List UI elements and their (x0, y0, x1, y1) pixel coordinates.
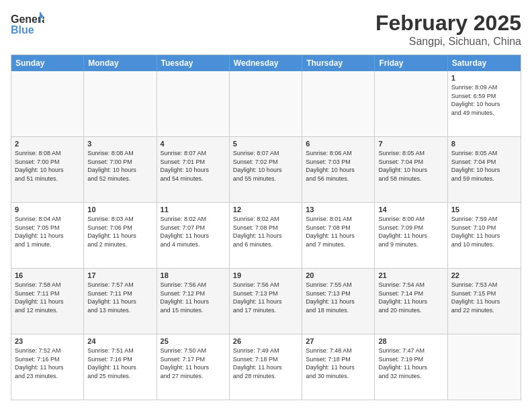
day-number: 11 (161, 205, 226, 214)
day-info: Sunrise: 8:05 AMSunset: 7:04 PMDaylight:… (451, 149, 517, 183)
calendar-cell: 3Sunrise: 8:08 AMSunset: 7:00 PMDaylight… (84, 137, 157, 202)
day-info: Sunrise: 7:51 AMSunset: 7:16 PMDaylight:… (87, 347, 152, 380)
day-info: Sunrise: 8:01 AMSunset: 7:08 PMDaylight:… (306, 215, 371, 248)
logo: General Blue (11, 11, 44, 40)
calendar-cell: 18Sunrise: 7:56 AMSunset: 7:12 PMDayligh… (157, 269, 230, 334)
calendar-cell (157, 71, 230, 136)
day-number: 12 (233, 205, 298, 214)
calendar-cell: 25Sunrise: 7:50 AMSunset: 7:17 PMDayligh… (157, 334, 230, 400)
day-info: Sunrise: 7:56 AMSunset: 7:12 PMDaylight:… (161, 281, 226, 314)
day-info: Sunrise: 7:50 AMSunset: 7:17 PMDaylight:… (161, 347, 226, 380)
day-info: Sunrise: 8:08 AMSunset: 7:00 PMDaylight:… (87, 149, 152, 183)
calendar-cell: 17Sunrise: 7:57 AMSunset: 7:11 PMDayligh… (84, 269, 157, 334)
calendar-cell: 16Sunrise: 7:58 AMSunset: 7:11 PMDayligh… (11, 269, 84, 334)
calendar-cell: 15Sunrise: 7:59 AMSunset: 7:10 PMDayligh… (448, 203, 521, 268)
weekday-monday: Monday (84, 55, 157, 71)
calendar-cell: 6Sunrise: 8:06 AMSunset: 7:03 PMDaylight… (302, 137, 375, 202)
location-label: Sangpi, Sichuan, China (375, 36, 521, 48)
day-info: Sunrise: 7:58 AMSunset: 7:11 PMDaylight:… (15, 281, 80, 314)
day-number: 7 (378, 140, 443, 148)
day-number: 22 (451, 271, 517, 279)
calendar-cell: 10Sunrise: 8:03 AMSunset: 7:06 PMDayligh… (84, 203, 157, 268)
calendar-cell: 12Sunrise: 8:02 AMSunset: 7:08 PMDayligh… (230, 203, 302, 268)
day-number: 6 (306, 140, 371, 148)
header: General Blue February 2025 Sangpi, Sichu… (11, 11, 521, 48)
calendar-week-5: 23Sunrise: 7:52 AMSunset: 7:16 PMDayligh… (11, 334, 521, 400)
day-number: 14 (378, 205, 443, 214)
day-number: 9 (15, 205, 80, 214)
day-number: 3 (87, 140, 152, 148)
day-number: 15 (451, 205, 517, 214)
calendar-week-1: 1Sunrise: 8:09 AMSunset: 6:59 PMDaylight… (11, 71, 521, 137)
day-number: 4 (161, 140, 226, 148)
day-info: Sunrise: 8:09 AMSunset: 6:59 PMDaylight:… (451, 83, 517, 117)
day-number: 26 (233, 337, 298, 345)
day-info: Sunrise: 7:56 AMSunset: 7:13 PMDaylight:… (233, 281, 298, 314)
calendar-cell: 9Sunrise: 8:04 AMSunset: 7:05 PMDaylight… (11, 203, 84, 268)
weekday-friday: Friday (375, 55, 447, 71)
calendar-cell: 14Sunrise: 8:00 AMSunset: 7:09 PMDayligh… (375, 203, 447, 268)
day-info: Sunrise: 8:02 AMSunset: 7:08 PMDaylight:… (233, 215, 298, 248)
day-number: 16 (15, 271, 80, 279)
calendar-cell: 23Sunrise: 7:52 AMSunset: 7:16 PMDayligh… (11, 334, 84, 400)
calendar-cell: 11Sunrise: 8:02 AMSunset: 7:07 PMDayligh… (157, 203, 230, 268)
day-number: 27 (306, 337, 371, 345)
day-number: 10 (87, 205, 152, 214)
svg-text:General: General (11, 13, 44, 25)
calendar-cell: 2Sunrise: 8:08 AMSunset: 7:00 PMDaylight… (11, 137, 84, 202)
calendar-cell (302, 71, 375, 136)
day-number: 23 (15, 337, 80, 345)
calendar-cell: 21Sunrise: 7:54 AMSunset: 7:14 PMDayligh… (375, 269, 447, 334)
calendar-cell (230, 71, 302, 136)
day-number: 24 (87, 337, 152, 345)
day-number: 13 (306, 205, 371, 214)
calendar-cell: 13Sunrise: 8:01 AMSunset: 7:08 PMDayligh… (302, 203, 375, 268)
day-info: Sunrise: 7:57 AMSunset: 7:11 PMDaylight:… (87, 281, 152, 314)
day-info: Sunrise: 7:53 AMSunset: 7:15 PMDaylight:… (451, 281, 517, 314)
day-number: 20 (306, 271, 371, 279)
logo-icon: General Blue (11, 11, 44, 40)
day-info: Sunrise: 7:55 AMSunset: 7:13 PMDaylight:… (306, 281, 371, 314)
calendar-body: 1Sunrise: 8:09 AMSunset: 6:59 PMDaylight… (11, 71, 521, 400)
calendar-cell: 19Sunrise: 7:56 AMSunset: 7:13 PMDayligh… (230, 269, 302, 334)
day-number: 18 (161, 271, 226, 279)
calendar-header: Sunday Monday Tuesday Wednesday Thursday… (11, 55, 521, 71)
calendar-cell: 7Sunrise: 8:05 AMSunset: 7:04 PMDaylight… (375, 137, 447, 202)
calendar-cell: 5Sunrise: 8:07 AMSunset: 7:02 PMDaylight… (230, 137, 302, 202)
weekday-tuesday: Tuesday (157, 55, 230, 71)
weekday-thursday: Thursday (302, 55, 375, 71)
weekday-sunday: Sunday (11, 55, 84, 71)
day-info: Sunrise: 8:07 AMSunset: 7:01 PMDaylight:… (161, 149, 226, 183)
calendar-cell: 26Sunrise: 7:49 AMSunset: 7:18 PMDayligh… (230, 334, 302, 400)
day-info: Sunrise: 8:07 AMSunset: 7:02 PMDaylight:… (233, 149, 298, 183)
day-number: 17 (87, 271, 152, 279)
day-info: Sunrise: 7:52 AMSunset: 7:16 PMDaylight:… (15, 347, 80, 380)
calendar: Sunday Monday Tuesday Wednesday Thursday… (11, 54, 521, 400)
weekday-wednesday: Wednesday (230, 55, 302, 71)
day-info: Sunrise: 8:06 AMSunset: 7:03 PMDaylight:… (306, 149, 371, 183)
calendar-cell: 1Sunrise: 8:09 AMSunset: 6:59 PMDaylight… (448, 71, 521, 136)
day-info: Sunrise: 8:05 AMSunset: 7:04 PMDaylight:… (378, 149, 443, 183)
calendar-cell: 8Sunrise: 8:05 AMSunset: 7:04 PMDaylight… (448, 137, 521, 202)
day-number: 5 (233, 140, 298, 148)
day-info: Sunrise: 7:54 AMSunset: 7:14 PMDaylight:… (378, 281, 443, 314)
page: General Blue February 2025 Sangpi, Sichu… (0, 0, 532, 411)
calendar-week-3: 9Sunrise: 8:04 AMSunset: 7:05 PMDaylight… (11, 203, 521, 269)
calendar-cell (84, 71, 157, 136)
day-number: 28 (378, 337, 443, 345)
day-info: Sunrise: 7:48 AMSunset: 7:18 PMDaylight:… (306, 347, 371, 380)
weekday-saturday: Saturday (448, 55, 521, 71)
day-info: Sunrise: 7:47 AMSunset: 7:19 PMDaylight:… (378, 347, 443, 380)
calendar-cell: 22Sunrise: 7:53 AMSunset: 7:15 PMDayligh… (448, 269, 521, 334)
day-number: 25 (161, 337, 226, 345)
day-number: 8 (451, 140, 517, 148)
calendar-cell (11, 71, 84, 136)
day-number: 19 (233, 271, 298, 279)
day-info: Sunrise: 7:59 AMSunset: 7:10 PMDaylight:… (451, 215, 517, 248)
calendar-cell: 27Sunrise: 7:48 AMSunset: 7:18 PMDayligh… (302, 334, 375, 400)
day-info: Sunrise: 7:49 AMSunset: 7:18 PMDaylight:… (233, 347, 298, 380)
svg-text:Blue: Blue (11, 24, 34, 36)
month-year-title: February 2025 (375, 11, 521, 36)
calendar-week-2: 2Sunrise: 8:08 AMSunset: 7:00 PMDaylight… (11, 137, 521, 203)
calendar-cell: 24Sunrise: 7:51 AMSunset: 7:16 PMDayligh… (84, 334, 157, 400)
